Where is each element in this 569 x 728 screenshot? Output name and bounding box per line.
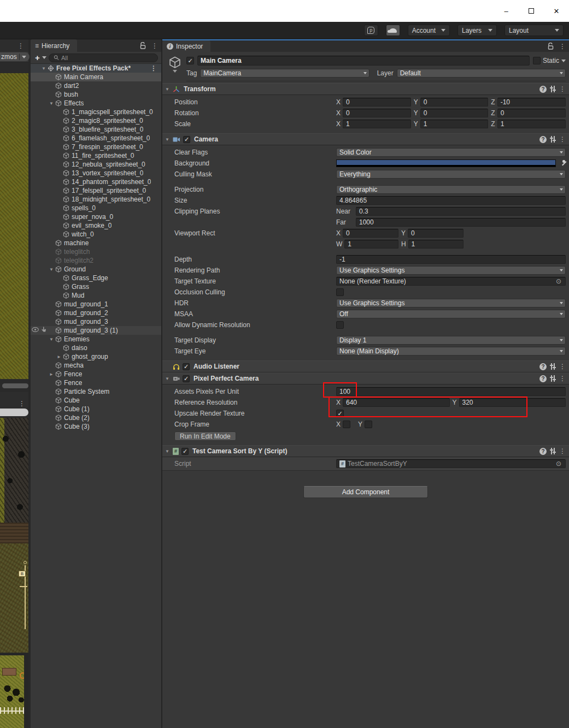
- transform-header[interactable]: ▼ Transform ? ⋮: [162, 83, 569, 95]
- scrollbar-handle[interactable]: [2, 383, 28, 388]
- upscale-checkbox[interactable]: ✓: [336, 410, 344, 417]
- hierarchy-item[interactable]: teleglitch: [31, 247, 161, 256]
- hierarchy-item[interactable]: ►Fence: [31, 370, 161, 378]
- target-eye-dropdown[interactable]: None (Main Display): [336, 347, 566, 356]
- position-z-field[interactable]: -10: [497, 98, 566, 106]
- hierarchy-item[interactable]: 7_firespin_spritesheet_0: [31, 143, 161, 151]
- viewport-w-field[interactable]: 1: [344, 240, 398, 248]
- hierarchy-item[interactable]: mecha: [31, 361, 161, 370]
- hierarchy-item[interactable]: Mud: [31, 291, 161, 300]
- help-icon[interactable]: ?: [539, 86, 547, 93]
- hierarchy-item[interactable]: mud_ground_1: [31, 300, 161, 309]
- close-button[interactable]: ✕: [544, 3, 569, 19]
- crop-x-checkbox[interactable]: [343, 421, 350, 428]
- hierarchy-scene-header[interactable]: ▼Free Pixel Effects Pack*⋮: [31, 64, 161, 73]
- pixel-perfect-camera-header[interactable]: ▼ ✓ Pixel Perfect Camera ? ⋮: [162, 372, 569, 384]
- camera-header[interactable]: ▼ ✓ Camera ? ⋮: [162, 133, 569, 145]
- help-icon[interactable]: ?: [539, 136, 547, 143]
- run-in-edit-mode-button[interactable]: Run In Edit Mode: [174, 431, 236, 441]
- kebab-menu-icon[interactable]: ⋮: [559, 43, 566, 50]
- eyedropper-icon[interactable]: [558, 159, 566, 167]
- hierarchy-item[interactable]: Grass: [31, 282, 161, 291]
- presets-icon[interactable]: [549, 86, 556, 92]
- hierarchy-item[interactable]: 1_magicspell_spritesheet_0: [31, 108, 161, 116]
- near-clip-field[interactable]: 0.3: [356, 207, 566, 216]
- hierarchy-item[interactable]: 2_magic8_spritesheet_0: [31, 116, 161, 125]
- add-component-button[interactable]: Add Component: [303, 486, 428, 498]
- hierarchy-item[interactable]: teleglitch2: [31, 256, 161, 265]
- culling-mask-dropdown[interactable]: Everything: [336, 170, 566, 179]
- hierarchy-item[interactable]: mud_ground_3 (1): [31, 326, 161, 335]
- viewport-x-field[interactable]: 0: [343, 229, 398, 238]
- pick-icon[interactable]: [41, 327, 46, 333]
- kebab-menu-icon[interactable]: ⋮: [150, 64, 157, 72]
- foldout-icon[interactable]: ►: [56, 354, 62, 359]
- layout-dropdown[interactable]: Layout: [505, 25, 564, 36]
- hierarchy-item[interactable]: dart2: [31, 81, 161, 90]
- hierarchy-item[interactable]: mud_ground_3: [31, 317, 161, 326]
- msaa-dropdown[interactable]: Off: [336, 310, 566, 318]
- hierarchy-item[interactable]: Fence: [31, 378, 161, 387]
- reference-resolution-y-field[interactable]: 320: [459, 398, 566, 407]
- hierarchy-item[interactable]: super_nova_0: [31, 212, 161, 221]
- kebab-menu-icon[interactable]: ⋮: [559, 135, 566, 143]
- scale-x-field[interactable]: 1: [343, 120, 411, 128]
- size-field[interactable]: 4.864865: [336, 196, 566, 205]
- object-picker-icon[interactable]: ⊙: [555, 460, 562, 467]
- component-enabled-checkbox[interactable]: ✓: [181, 448, 189, 455]
- gizmos-dropdown[interactable]: zmos: [0, 52, 30, 61]
- assets-ppu-field[interactable]: 100: [336, 387, 566, 396]
- reference-resolution-x-field[interactable]: 640: [343, 398, 449, 407]
- foldout-icon[interactable]: ▼: [48, 337, 55, 342]
- hierarchy-item[interactable]: mud_ground_2: [31, 309, 161, 317]
- hierarchy-item[interactable]: ▼Enemies: [31, 335, 161, 344]
- hierarchy-item[interactable]: Cube (3): [31, 422, 161, 431]
- hierarchy-item[interactable]: 11_fire_spritesheet_0: [31, 151, 161, 160]
- foldout-icon[interactable]: ▼: [165, 376, 170, 381]
- scene-view-strip[interactable]: ⋮ zmos ⋮ B: [0, 39, 31, 728]
- viewport-y-field[interactable]: 0: [408, 229, 464, 238]
- foldout-icon[interactable]: ▼: [48, 101, 55, 106]
- viewport-h-field[interactable]: 1: [408, 240, 464, 248]
- projection-dropdown[interactable]: Orthographic: [336, 185, 566, 194]
- hierarchy-item[interactable]: 17_felspell_spritesheet_0: [31, 186, 161, 195]
- presets-icon[interactable]: [549, 448, 556, 454]
- static-toggle[interactable]: Static: [533, 57, 566, 64]
- component-enabled-checkbox[interactable]: ✓: [183, 375, 190, 382]
- hierarchy-item[interactable]: 18_midnight_spritesheet_0: [31, 195, 161, 204]
- unlock-icon[interactable]: [548, 43, 554, 50]
- rotation-y-field[interactable]: 0: [420, 109, 489, 117]
- hierarchy-item[interactable]: Particle System: [31, 387, 161, 396]
- scale-y-field[interactable]: 1: [420, 120, 489, 128]
- kebab-menu-icon[interactable]: ⋮: [19, 400, 25, 407]
- hierarchy-item[interactable]: evil_smoke_0: [31, 221, 161, 230]
- hierarchy-item[interactable]: Grass_Edge: [31, 274, 161, 282]
- hierarchy-item[interactable]: 13_vortex_spritesheet_0: [31, 169, 161, 177]
- far-clip-field[interactable]: 1000: [356, 218, 566, 227]
- gameobject-cube-icon[interactable]: [168, 56, 182, 70]
- hierarchy-item[interactable]: ▼Effects: [31, 99, 161, 108]
- search-input[interactable]: [61, 55, 153, 61]
- script-object-field[interactable]: # TestCameraSortByY ⊙: [336, 459, 566, 468]
- hierarchy-item[interactable]: witch_0: [31, 230, 161, 239]
- foldout-icon[interactable]: ▼: [165, 449, 170, 454]
- tab-hierarchy[interactable]: ≡ Hierarchy: [31, 39, 77, 52]
- tag-dropdown[interactable]: MainCamera: [200, 69, 369, 78]
- account-dropdown[interactable]: Account: [408, 25, 450, 36]
- active-checkbox[interactable]: ✓: [186, 57, 194, 64]
- kebab-menu-icon[interactable]: ⋮: [559, 85, 566, 93]
- object-picker-icon[interactable]: ⊙: [555, 277, 562, 285]
- occlusion-checkbox[interactable]: [336, 288, 344, 296]
- rotation-z-field[interactable]: 0: [497, 109, 566, 117]
- tab-inspector[interactable]: i Inspector: [162, 40, 210, 52]
- hierarchy-item[interactable]: 14_phantom_spritesheet_0: [31, 177, 161, 186]
- hierarchy-item[interactable]: 6_flamelash_spritesheet_0: [31, 134, 161, 143]
- gameobject-name-field[interactable]: Main Camera: [197, 56, 530, 66]
- presets-icon[interactable]: [549, 363, 556, 370]
- kebab-menu-icon[interactable]: ⋮: [151, 42, 158, 50]
- hdr-dropdown[interactable]: Use Graphics Settings: [336, 299, 566, 307]
- hierarchy-item[interactable]: 12_nebula_spritesheet_0: [31, 160, 161, 169]
- rendering-path-dropdown[interactable]: Use Graphics Settings: [336, 266, 566, 275]
- hierarchy-item[interactable]: machine: [31, 239, 161, 247]
- foldout-icon[interactable]: ▼: [165, 87, 170, 92]
